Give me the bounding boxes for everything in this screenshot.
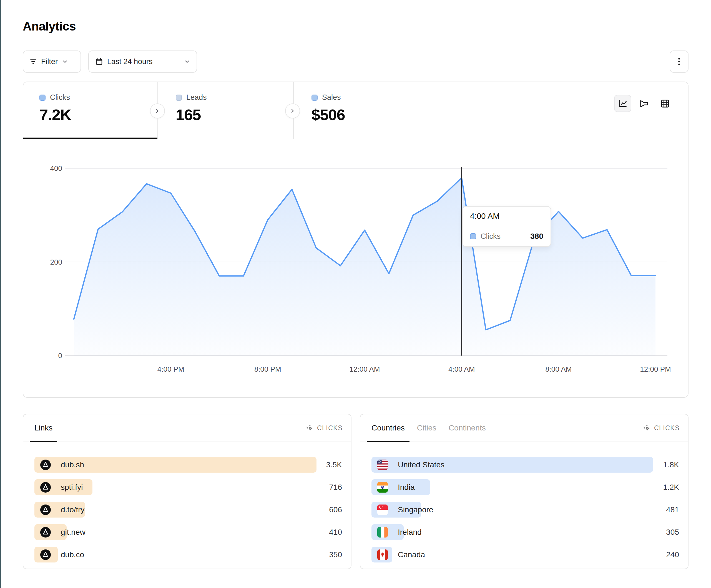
links-list: dub.sh 3.5K spti.fyi 716 d.to/try 606 gi… xyxy=(23,442,351,563)
clicks-area-chart[interactable]: 02004004:00 PM8:00 PM12:00 AM4:00 AM8:00… xyxy=(23,139,688,397)
row-label: United States xyxy=(398,460,445,469)
area-fill xyxy=(74,178,655,356)
table-grid-icon xyxy=(660,99,670,108)
row-value: 3.5K xyxy=(326,460,342,469)
stat-tab-sales[interactable]: Sales $506 xyxy=(294,82,438,139)
row-value: 1.8K xyxy=(663,460,679,469)
row-label: dub.sh xyxy=(61,460,84,469)
cursor-click-icon xyxy=(306,424,314,432)
flag-united-states xyxy=(377,459,388,470)
countries-metric[interactable]: CLICKS xyxy=(643,414,680,442)
row-icon xyxy=(40,527,51,538)
countries-panel: Countries Cities Continents CLICKS Unite… xyxy=(360,414,689,569)
x-axis-tick: 4:00 AM xyxy=(448,365,475,373)
row-value: 606 xyxy=(329,505,342,514)
row-icon xyxy=(377,482,388,493)
chart-type-toggles xyxy=(614,95,673,112)
y-axis-tick: 200 xyxy=(50,258,62,266)
row-label: Singapore xyxy=(398,505,433,514)
list-item[interactable]: d.to/try 606 xyxy=(35,502,342,518)
row-value: 350 xyxy=(329,550,342,559)
stat-tab-clicks[interactable]: Clicks 7.2K xyxy=(23,82,157,139)
row-value: 410 xyxy=(329,528,342,537)
table-view-toggle[interactable] xyxy=(656,95,673,112)
row-label: spti.fyi xyxy=(61,483,83,492)
y-axis-tick: 0 xyxy=(58,352,62,360)
next-stat-button[interactable] xyxy=(150,104,165,118)
filter-icon xyxy=(29,58,37,65)
list-item[interactable]: dub.co 350 xyxy=(35,547,342,563)
row-icon xyxy=(40,549,51,560)
next-stat-button[interactable] xyxy=(285,104,300,118)
row-label: dub.co xyxy=(61,550,84,559)
filter-label: Filter xyxy=(41,58,58,66)
date-range-button[interactable]: Last 24 hours xyxy=(88,50,197,73)
row-value: 481 xyxy=(666,505,679,514)
list-item[interactable]: India 1.2K xyxy=(371,479,679,495)
chevron-down-icon xyxy=(62,58,68,65)
x-axis-tick: 4:00 PM xyxy=(157,365,184,373)
line-chart-toggle[interactable] xyxy=(614,95,631,112)
calendar-icon xyxy=(95,58,103,66)
row-value: 1.2K xyxy=(663,483,679,492)
row-icon xyxy=(377,504,388,515)
cursor-click-icon xyxy=(643,424,651,432)
dub-logo-icon xyxy=(40,549,51,560)
row-icon xyxy=(40,504,51,515)
dub-logo-icon xyxy=(40,527,51,538)
x-axis-tick: 12:00 AM xyxy=(349,365,380,373)
tab-continents[interactable]: Continents xyxy=(444,414,491,442)
chevron-right-icon xyxy=(289,108,296,114)
list-item[interactable]: dub.sh 3.5K xyxy=(35,457,342,473)
clicks-legend-square xyxy=(39,95,45,101)
flag-canada xyxy=(377,549,388,560)
row-label: Canada xyxy=(398,550,425,559)
list-item[interactable]: spti.fyi 716 xyxy=(35,479,342,495)
list-item[interactable]: git.new 410 xyxy=(35,524,342,540)
date-range-label: Last 24 hours xyxy=(107,58,153,66)
row-label: Ireland xyxy=(398,528,422,537)
links-metric[interactable]: CLICKS xyxy=(306,414,343,442)
tab-countries[interactable]: Countries xyxy=(367,414,409,442)
links-panel: Links CLICKS dub.sh 3.5K spti.fyi 716 d.… xyxy=(23,414,351,569)
x-axis-tick: 8:00 AM xyxy=(545,365,572,373)
stat-tab-leads[interactable]: Leads 165 xyxy=(158,82,293,139)
more-options-button[interactable] xyxy=(670,50,689,73)
countries-list: United States 1.8K India 1.2K Singapore … xyxy=(360,442,688,563)
tab-cities[interactable]: Cities xyxy=(412,414,441,442)
funnel-chart-toggle[interactable] xyxy=(635,95,652,112)
stats-tabs-row: Clicks 7.2K Leads 165 Sales $506 xyxy=(23,82,688,139)
page-title: Analytics xyxy=(23,19,76,33)
chevron-down-icon xyxy=(184,58,191,65)
row-value: 305 xyxy=(666,528,679,537)
list-item[interactable]: Singapore 481 xyxy=(371,502,679,518)
row-icon xyxy=(377,459,388,470)
dub-logo-icon xyxy=(40,459,51,470)
flag-singapore xyxy=(377,504,388,515)
stat-label: Leads xyxy=(186,93,207,102)
row-icon xyxy=(377,549,388,560)
line-chart-icon xyxy=(618,99,627,108)
row-label: d.to/try xyxy=(61,505,85,514)
tooltip-legend-square xyxy=(470,233,476,239)
stat-value: 7.2K xyxy=(39,106,157,124)
stat-label: Sales xyxy=(322,93,341,102)
x-axis-tick: 12:00 PM xyxy=(640,365,671,373)
filter-button[interactable]: Filter xyxy=(23,50,81,73)
flag-ireland xyxy=(377,527,388,538)
dub-logo-icon xyxy=(40,482,51,493)
analytics-card: Clicks 7.2K Leads 165 Sales $506 xyxy=(23,82,689,398)
tab-links[interactable]: Links xyxy=(30,414,57,442)
row-value: 716 xyxy=(329,483,342,492)
links-panel-header: Links CLICKS xyxy=(23,414,351,442)
countries-panel-header: Countries Cities Continents CLICKS xyxy=(360,414,688,442)
chevron-right-icon xyxy=(154,108,160,114)
y-axis-tick: 400 xyxy=(50,164,62,173)
row-icon xyxy=(40,459,51,470)
kebab-menu-icon xyxy=(675,57,683,66)
list-item[interactable]: United States 1.8K xyxy=(371,457,679,473)
list-item[interactable]: Canada 240 xyxy=(371,547,679,563)
list-item[interactable]: Ireland 305 xyxy=(371,524,679,540)
x-axis-tick: 8:00 PM xyxy=(254,365,281,373)
sales-legend-square xyxy=(311,95,318,101)
